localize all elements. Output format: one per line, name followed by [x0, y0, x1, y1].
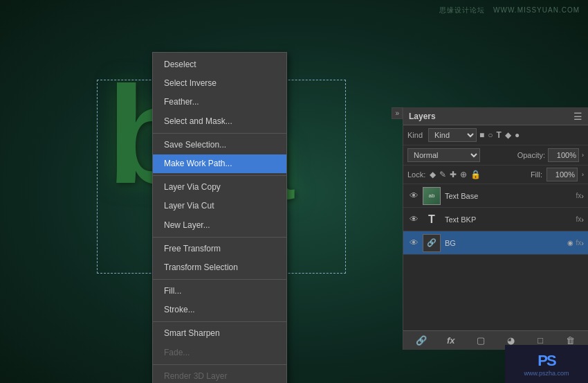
layer-expand-text-bkp[interactable]: ›	[581, 215, 584, 224]
opacity-label: Opacity:	[517, 151, 545, 159]
add-mask-button[interactable]: ▢	[473, 333, 488, 348]
layer-thumbnail-text-bkp: T	[423, 211, 441, 229]
lock-icons: ◆ ✎ ✚ ⊕ 🔒	[430, 170, 481, 179]
layer-fx-text-bkp: fx	[576, 215, 582, 223]
layer-visibility-text-base[interactable]: 👁	[407, 190, 420, 202]
menu-save-selection[interactable]: Save Selection...	[153, 136, 286, 154]
lock-label: Lock:	[407, 170, 425, 179]
layer-thumbnail-bg: 🔗	[423, 234, 441, 252]
layer-row-bg[interactable]: 👁 🔗 BG ◉ fx ›	[403, 231, 588, 255]
pixel-icon[interactable]: ■	[479, 130, 484, 140]
menu-smart-sharpen[interactable]: Smart Sharpen	[153, 324, 286, 343]
fill-label: Fill:	[531, 170, 542, 179]
panel-header-icons: ☰	[573, 111, 582, 122]
menu-layer-via-copy[interactable]: Layer Via Copy	[153, 178, 286, 197]
lock-row: Lock: ◆ ✎ ✚ ⊕ 🔒 Fill: ›	[403, 166, 588, 184]
menu-render-3d: Render 3D Layer	[153, 367, 286, 383]
layers-panel: Layers ☰ Kind Kind ■ ○ T ◆ ● Normal Opac…	[403, 107, 588, 350]
layers-panel-header: Layers ☰	[403, 107, 588, 125]
kind-icons: ■ ○ T ◆ ●	[479, 130, 520, 140]
panel-menu-icon[interactable]: ☰	[573, 111, 582, 122]
lock-position-icon[interactable]: ✚	[450, 170, 457, 179]
menu-stroke[interactable]: Stroke...	[153, 301, 286, 319]
layer-fx-bg: fx	[576, 239, 582, 247]
panel-collapse-arrow[interactable]: »	[392, 107, 403, 119]
watermark: 思缘设计论坛 WWW.MISSYUAN.COM	[439, 6, 580, 15]
menu-separator-6	[153, 364, 286, 365]
kind-row: Kind Kind ■ ○ T ◆ ●	[403, 125, 588, 145]
context-menu: Deselect Select Inverse Feather... Selec…	[152, 52, 287, 383]
fill-input[interactable]	[546, 168, 578, 181]
layer-visibility-bg[interactable]: 👁	[407, 237, 420, 249]
blend-row: Normal Opacity: ›	[403, 145, 588, 166]
menu-make-work-path[interactable]: Make Work Path...	[153, 154, 286, 173]
kind-label: Kind	[407, 131, 423, 139]
menu-separator-5	[153, 321, 286, 322]
site-url: www.pszha.com	[524, 370, 569, 377]
menu-separator-3	[153, 237, 286, 238]
layers-panel-title: Layers	[409, 112, 573, 121]
menu-separator-4	[153, 279, 286, 280]
layer-visibility-text-bkp[interactable]: 👁	[407, 213, 420, 226]
layer-fx-text-base: fx	[576, 192, 582, 199]
adjustment-icon[interactable]: ○	[488, 130, 493, 140]
layer-smart-icon-bg: ◉	[567, 239, 573, 247]
menu-deselect[interactable]: Deselect	[153, 55, 286, 74]
lock-all-icon[interactable]: 🔒	[470, 170, 481, 179]
fill-chevron-icon[interactable]: ›	[582, 171, 584, 178]
menu-separator-1	[153, 133, 286, 134]
layer-expand-text-base[interactable]: ›	[581, 192, 584, 200]
lock-transparency-icon[interactable]: ◆	[430, 170, 436, 179]
layer-name-bg: BG	[445, 239, 567, 247]
menu-select-mask[interactable]: Select and Mask...	[153, 112, 286, 131]
menu-transform-selection[interactable]: Transform Selection	[153, 258, 286, 277]
menu-fill[interactable]: Fill...	[153, 282, 286, 301]
layer-thumbnail-text-base: ab	[423, 187, 441, 205]
lock-image-icon[interactable]: ✎	[439, 170, 446, 179]
ps-logo: PS	[538, 352, 555, 370]
menu-feather[interactable]: Feather...	[153, 93, 286, 112]
menu-select-inverse[interactable]: Select Inverse	[153, 74, 286, 93]
layer-name-text-base: Text Base	[445, 192, 573, 200]
type-icon[interactable]: T	[497, 130, 502, 140]
smart-object-icon[interactable]: ●	[515, 130, 520, 140]
menu-free-transform[interactable]: Free Transform	[153, 240, 286, 258]
opacity-chevron-icon[interactable]: ›	[582, 152, 584, 159]
shape-icon[interactable]: ◆	[505, 130, 511, 140]
menu-separator-2	[153, 175, 286, 176]
menu-fade: Fade...	[153, 344, 286, 362]
layer-row-text-bkp[interactable]: 👁 T Text BKP fx ›	[403, 208, 588, 231]
opacity-input[interactable]	[548, 148, 579, 162]
menu-new-layer[interactable]: New Layer...	[153, 216, 286, 235]
layer-expand-bg[interactable]: ›	[581, 239, 584, 247]
link-layers-button[interactable]: 🔗	[414, 333, 429, 348]
layer-name-text-bkp: Text BKP	[445, 215, 573, 224]
kind-select[interactable]: Kind	[428, 128, 477, 142]
ps-logo-area: PS www.pszha.com	[505, 345, 588, 383]
layer-row-text-base[interactable]: 👁 ab Text Base fx ›	[403, 184, 588, 208]
blend-mode-select[interactable]: Normal	[407, 148, 480, 162]
menu-layer-via-cut[interactable]: Layer Via Cut	[153, 197, 286, 215]
add-fx-button[interactable]: fx	[443, 333, 459, 348]
lock-artboard-icon[interactable]: ⊕	[460, 170, 467, 179]
